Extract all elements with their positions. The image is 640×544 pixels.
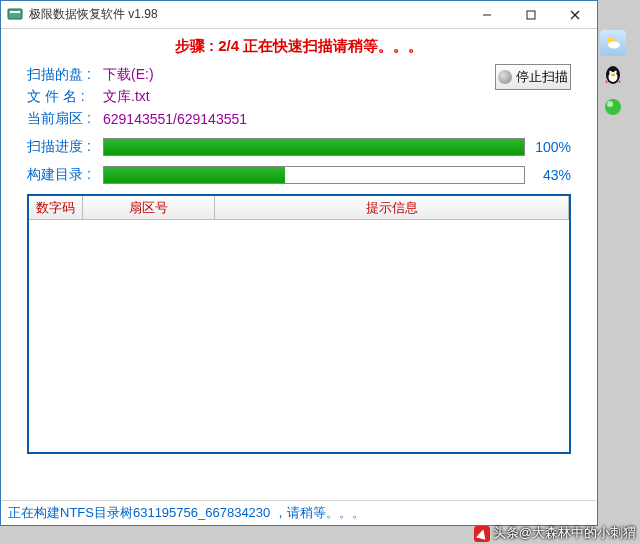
svg-rect-0 — [8, 9, 22, 19]
watermark-text: 头条@大森林中的小刺猬 — [493, 525, 636, 540]
build-progress-bar — [103, 166, 525, 184]
maximize-button[interactable] — [509, 2, 553, 28]
app-window: 极限数据恢复软件 v1.98 步骤 : 2/4 正在快速扫描请稍等。。。 扫描的… — [0, 0, 598, 526]
close-button[interactable] — [553, 2, 597, 28]
file-row: 文 件 名 : 文库.txt — [27, 88, 571, 106]
scan-progress-label: 扫描进度 : — [27, 138, 103, 156]
status-text: 正在构建NTFS目录树631195756_667834230 ，请稍等。。。 — [8, 504, 365, 522]
table-col-code[interactable]: 数字码 — [29, 196, 83, 220]
disk-value: 下载(E:) — [103, 66, 154, 84]
svg-point-12 — [611, 74, 615, 76]
qq-icon[interactable] — [600, 62, 626, 88]
app-icon — [7, 7, 23, 23]
window-controls — [465, 2, 597, 28]
sector-label: 当前扇区 : — [27, 110, 103, 128]
table-col-message[interactable]: 提示信息 — [215, 196, 569, 220]
minimize-button[interactable] — [465, 2, 509, 28]
file-label: 文 件 名 : — [27, 88, 103, 106]
watermark: 头条@大森林中的小刺猬 — [474, 524, 636, 542]
green-ball-icon[interactable] — [600, 94, 626, 120]
svg-point-14 — [607, 101, 613, 107]
step-banner: 步骤 : 2/4 正在快速扫描请稍等。。。 — [1, 29, 597, 62]
build-progress-fill — [104, 167, 285, 183]
results-table: 数字码 扇区号 提示信息 — [27, 194, 571, 454]
right-dock — [600, 30, 630, 120]
stop-button-label: 停止扫描 — [516, 68, 568, 86]
scan-progress-row: 扫描进度 : 100% — [27, 138, 571, 156]
build-progress-row: 构建目录 : 43% — [27, 166, 571, 184]
disk-row: 扫描的盘 : 下载(E:) 停止扫描 — [27, 66, 571, 84]
scan-progress-fill — [104, 139, 524, 155]
scan-progress-bar — [103, 138, 525, 156]
svg-point-9 — [609, 72, 618, 82]
svg-point-11 — [614, 71, 617, 74]
svg-rect-1 — [10, 11, 20, 13]
build-progress-pct: 43% — [525, 167, 571, 183]
stop-scan-button[interactable]: 停止扫描 — [495, 64, 571, 90]
status-bar: 正在构建NTFS目录树631195756_667834230 ，请稍等。。。 — [2, 500, 596, 524]
table-col-sector[interactable]: 扇区号 — [83, 196, 215, 220]
content-area: 扫描的盘 : 下载(E:) 停止扫描 文 件 名 : 文库.txt 当前扇区 :… — [1, 66, 597, 454]
sector-row: 当前扇区 : 629143551/629143551 — [27, 110, 571, 128]
window-title: 极限数据恢复软件 v1.98 — [29, 6, 465, 23]
build-progress-label: 构建目录 : — [27, 166, 103, 184]
watermark-logo-icon — [474, 526, 490, 542]
titlebar: 极限数据恢复软件 v1.98 — [1, 1, 597, 29]
weather-icon[interactable] — [600, 30, 626, 56]
file-value: 文库.txt — [103, 88, 150, 106]
stop-icon — [498, 70, 512, 84]
svg-point-13 — [605, 99, 621, 115]
svg-point-7 — [608, 42, 620, 49]
sector-value: 629143551/629143551 — [103, 111, 247, 127]
table-header: 数字码 扇区号 提示信息 — [29, 196, 569, 220]
svg-point-10 — [609, 71, 612, 74]
svg-rect-3 — [527, 11, 535, 19]
disk-label: 扫描的盘 : — [27, 66, 103, 84]
scan-progress-pct: 100% — [525, 139, 571, 155]
